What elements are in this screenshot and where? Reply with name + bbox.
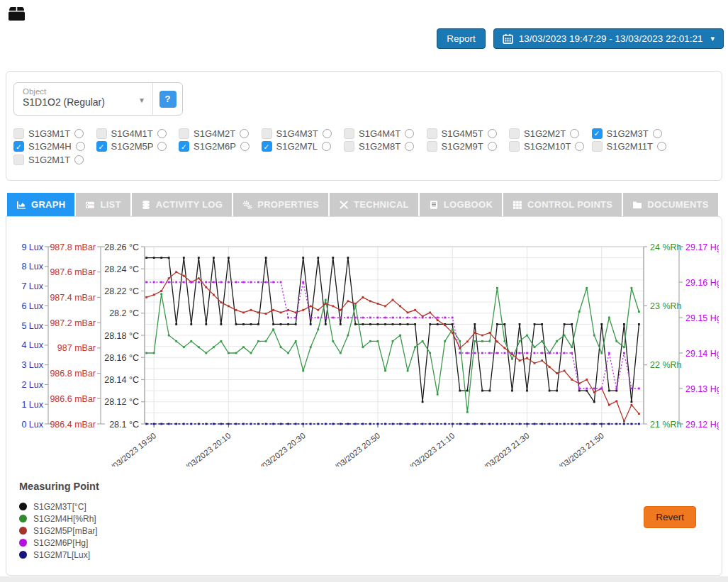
- sensor-radio[interactable]: [323, 129, 332, 138]
- sensor-radio[interactable]: [322, 142, 331, 151]
- sensor-checkbox[interactable]: [509, 128, 520, 139]
- svg-text:986.8 mBar: 986.8 mBar: [50, 369, 96, 379]
- sensor-checkbox[interactable]: ✓: [96, 141, 107, 152]
- svg-text:29.16 Hg: 29.16 Hg: [685, 278, 719, 288]
- sensor-label: S1G2M11T: [607, 141, 654, 152]
- sensor-label: S1G2M7L: [276, 141, 318, 152]
- tab-logbook[interactable]: LOGBOOK: [420, 193, 502, 216]
- sensor-checkbox[interactable]: [179, 128, 189, 139]
- sensor-item: S1G4M1T: [96, 128, 179, 139]
- legend-item: S1G2M4H[%Rh]: [19, 513, 99, 525]
- revert-button[interactable]: Revert: [644, 506, 696, 528]
- report-button[interactable]: Report: [437, 28, 486, 49]
- svg-text:28.16 °C: 28.16 °C: [104, 353, 139, 363]
- sensor-checkbox[interactable]: [592, 141, 603, 152]
- sensor-radio[interactable]: [405, 129, 414, 138]
- sensor-item: S1G4M5T: [427, 128, 510, 139]
- svg-text:9 Lux: 9 Lux: [21, 242, 43, 252]
- sensor-grid: S1G3M1TS1G4M1TS1G4M2TS1G4M3TS1G4M4TS1G4M…: [13, 127, 674, 167]
- svg-text:28.18 °C: 28.18 °C: [104, 331, 139, 341]
- chevron-down-icon: ▼: [138, 96, 145, 104]
- svg-text:0 Lux: 0 Lux: [21, 420, 43, 430]
- object-select[interactable]: Object S1D1O2 (Regular) ▼: [14, 83, 152, 115]
- svg-text:21 %Rh: 21 %Rh: [650, 420, 682, 430]
- svg-text:13/03/2023 20:10: 13/03/2023 20:10: [177, 431, 233, 466]
- sensor-label: S1G3M1T: [28, 128, 70, 139]
- tab-activity-log[interactable]: ACTIVITY LOG: [132, 193, 232, 216]
- sensor-radio[interactable]: [405, 142, 414, 151]
- sensor-checkbox[interactable]: ✓: [592, 128, 603, 139]
- svg-text:987.6 mBar: 987.6 mBar: [50, 267, 96, 277]
- sensor-radio[interactable]: [657, 142, 666, 151]
- sensor-checkbox[interactable]: [509, 141, 520, 152]
- archive-icon[interactable]: [8, 5, 26, 21]
- sensor-checkbox[interactable]: [13, 128, 24, 139]
- sensor-radio[interactable]: [240, 129, 249, 138]
- sensor-radio[interactable]: [240, 142, 250, 151]
- sensor-checkbox[interactable]: ✓: [179, 141, 189, 152]
- tab-label: LIST: [100, 199, 121, 210]
- legend-title: Measuring Point: [19, 481, 99, 492]
- sensor-label: S1G2M8T: [359, 141, 401, 152]
- svg-text:24 %Rh: 24 %Rh: [650, 242, 682, 252]
- sensor-radio[interactable]: [157, 142, 167, 151]
- sensor-radio[interactable]: [488, 142, 497, 151]
- legend-color-dot: [19, 527, 27, 535]
- sensor-radio[interactable]: [488, 129, 497, 138]
- legend-items: S1G2M3T[°C]S1G2M4H[%Rh]S1G2M5P[mBar]S1G2…: [19, 500, 99, 561]
- sensor-label: S1G2M10T: [524, 141, 571, 152]
- svg-text:29.17 Hg: 29.17 Hg: [685, 242, 719, 252]
- sensor-label: S1G4M4T: [359, 128, 401, 139]
- sensor-radio[interactable]: [74, 129, 84, 138]
- tab-label: DOCUMENTS: [647, 199, 708, 210]
- sensor-radio[interactable]: [74, 155, 84, 164]
- svg-text:3 Lux: 3 Lux: [21, 360, 43, 370]
- svg-text:29.12 Hg: 29.12 Hg: [685, 420, 719, 430]
- sensor-checkbox[interactable]: [344, 141, 354, 152]
- sensor-item: ✓S1G2M5P: [96, 141, 179, 152]
- sensor-label: S1G4M1T: [111, 128, 153, 139]
- sensor-checkbox[interactable]: ✓: [13, 141, 24, 152]
- sensor-label: S1G2M3T: [607, 128, 649, 139]
- filter-panel: Object S1D1O2 (Regular) ▼ ? S1G3M1TS1G4M…: [6, 71, 722, 181]
- svg-text:13/03/2023 21:30: 13/03/2023 21:30: [476, 431, 531, 466]
- sensor-item: ✓S1G2M4H: [13, 141, 96, 152]
- sensor-checkbox[interactable]: [427, 128, 437, 139]
- svg-text:28.1 °C: 28.1 °C: [109, 420, 139, 430]
- folder-icon: [632, 200, 642, 210]
- date-range-picker[interactable]: 13/03/2023 19:47:29 - 13/03/2023 22:01:2…: [493, 28, 724, 49]
- tab-technical[interactable]: TECHNICAL: [330, 193, 418, 216]
- svg-text:7 Lux: 7 Lux: [21, 281, 43, 291]
- svg-text:986.6 mBar: 986.6 mBar: [50, 394, 96, 404]
- sensor-checkbox[interactable]: [13, 155, 24, 165]
- tab-control-points[interactable]: CONTROL POINTS: [503, 193, 622, 216]
- date-range-label: 13/03/2023 19:47:29 - 13/03/2023 22:01:2…: [519, 33, 703, 44]
- sensor-item: S1G2M11T: [592, 141, 675, 152]
- sensor-radio[interactable]: [575, 142, 584, 151]
- help-button[interactable]: ?: [159, 91, 177, 108]
- sensor-radio[interactable]: [157, 129, 167, 138]
- tab-documents[interactable]: DOCUMENTS: [623, 193, 717, 216]
- object-select-value: S1D1O2 (Regular): [23, 96, 145, 108]
- legend-item-label: S1G2M6P[Hg]: [33, 538, 88, 548]
- sensor-checkbox[interactable]: [262, 128, 272, 139]
- tab-graph[interactable]: GRAPH: [7, 193, 74, 216]
- sensor-item: S1G4M3T: [262, 128, 345, 139]
- sensor-item: S1G3M1T: [13, 128, 96, 139]
- tab-list[interactable]: LIST: [76, 193, 130, 216]
- page: Report 13/03/2023 19:47:29 - 13/03/2023 …: [0, 0, 728, 576]
- list-icon: [85, 200, 95, 210]
- sensor-radio[interactable]: [653, 129, 662, 138]
- svg-text:28.22 °C: 28.22 °C: [104, 286, 139, 296]
- sensor-radio[interactable]: [570, 129, 579, 138]
- sensor-checkbox[interactable]: [427, 141, 437, 152]
- sensor-checkbox[interactable]: [344, 128, 354, 139]
- sensor-checkbox[interactable]: [96, 128, 107, 139]
- sensor-radio[interactable]: [76, 142, 85, 151]
- svg-text:29.14 Hg: 29.14 Hg: [685, 349, 719, 359]
- sensor-label: S1G4M5T: [442, 128, 483, 139]
- sensor-label: S1G4M2T: [194, 128, 235, 139]
- sensor-checkbox[interactable]: ✓: [262, 141, 272, 152]
- tab-properties[interactable]: PROPERTIES: [233, 193, 328, 216]
- help-button-wrap: ?: [152, 83, 182, 115]
